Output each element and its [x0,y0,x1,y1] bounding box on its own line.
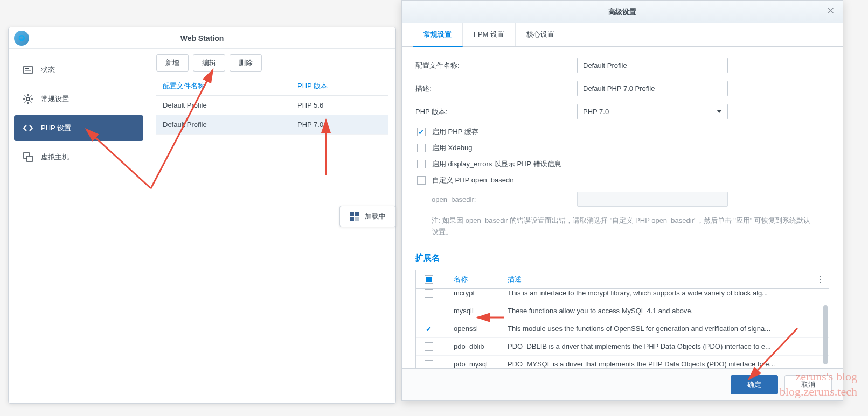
loading-icon [350,211,359,221]
app-icon: 🌐 [14,31,29,46]
ext-checkbox[interactable] [425,307,433,315]
web-station-window: 🌐 Web Station 状态 常规设置 PHP 设置 [8,27,396,404]
edit-button[interactable]: 编辑 [193,54,225,72]
modal-titlebar: 高级设置 ✕ [402,1,843,23]
col-php-version[interactable]: PHP 版本 [297,81,381,91]
tab-general[interactable]: 常规设置 [413,23,463,47]
svg-point-3 [26,97,30,101]
enable-display-errors-checkbox[interactable] [417,160,426,168]
extensions-header: 名称 描述 ⋮ [416,270,829,289]
extensions-body: mcrypt This is an interface to the mcryp… [416,289,829,368]
select-all-checkbox[interactable] [425,275,433,284]
profile-name-input[interactable] [577,58,728,73]
code-icon [23,123,33,133]
ext-checkbox[interactable] [425,360,433,368]
sidebar-item-label: 虚拟主机 [41,152,69,162]
add-button[interactable]: 新增 [156,54,189,72]
chevron-down-icon [717,110,722,113]
sidebar-item-vhost[interactable]: 虚拟主机 [14,144,143,170]
loading-text: 加载中 [365,211,386,221]
tab-core[interactable]: 核心设置 [516,23,565,46]
profile-name-label: 配置文件名称: [415,61,577,70]
tab-fpm[interactable]: FPM 设置 [463,23,516,46]
enable-cache-checkbox[interactable] [417,128,426,136]
modal-content: 配置文件名称: 描述: PHP 版本: PHP 7.0 启用 PHP 缓存 启用… [402,47,843,368]
ext-name: pdo_mysql [448,356,502,368]
extensions-title: 扩展名 [415,253,829,263]
ext-name: pdo_dblib [448,338,502,355]
delete-button[interactable]: 删除 [230,54,262,72]
sidebar-item-label: 常规设置 [41,94,69,104]
ext-row-pdo-dblib[interactable]: pdo_dblib PDO_DBLIB is a driver that imp… [416,338,829,356]
ext-desc: This is an interface to the mcrypt libra… [502,289,829,302]
loading-indicator: 加载中 [339,206,396,227]
extensions-table: 名称 描述 ⋮ mcrypt This is an interface to t… [415,270,829,368]
cell-name: Default Profile [163,101,297,109]
openbasedir-input [577,192,728,207]
sidebar-item-php[interactable]: PHP 设置 [14,115,143,141]
table-row[interactable]: Default Profile PHP 7.0 [156,115,388,135]
ext-name: mysqli [448,302,502,319]
toolbar: 新增 编辑 删除 [156,54,388,72]
ext-row-mcrypt[interactable]: mcrypt This is an interface to the mcryp… [416,289,829,302]
titlebar: 🌐 Web Station [9,27,395,49]
close-icon[interactable]: ✕ [827,6,836,16]
cancel-button[interactable]: 取消 [784,375,832,394]
enable-display-errors-label: 启用 display_errors 以显示 PHP 错误信息 [432,159,561,169]
column-menu-icon[interactable]: ⋮ [816,274,824,285]
svg-rect-5 [27,156,32,161]
sidebar-item-status[interactable]: 状态 [14,57,143,83]
col-profile-name[interactable]: 配置文件名称 [163,81,297,91]
ext-desc: PDO_DBLIB is a driver that implements th… [502,338,829,355]
ext-desc: This module uses the functions of OpenSS… [502,320,829,337]
cell-version: PHP 7.0 [297,121,381,129]
ext-checkbox[interactable] [425,342,433,351]
ok-button[interactable]: 确定 [731,375,778,394]
enable-xdebug-checkbox[interactable] [417,144,426,152]
ext-row-mysqli[interactable]: mysqli These functions allow you to acce… [416,302,829,320]
cell-name: Default Profile [163,121,297,129]
ext-checkbox[interactable] [425,325,433,333]
ext-name: openssl [448,320,502,337]
php-version-select[interactable]: PHP 7.0 [577,104,728,119]
sidebar-item-label: 状态 [41,65,55,75]
table-header: 配置文件名称 PHP 版本 [156,77,388,96]
svg-rect-2 [25,70,31,71]
openbasedir-note: 注: 如果因 open_basedir 的错误设置而出错，请取消选择 "自定义 … [415,213,829,243]
advanced-settings-modal: 高级设置 ✕ 常规设置 FPM 设置 核心设置 配置文件名称: 描述: PHP … [401,0,843,401]
sidebar-item-label: PHP 设置 [41,123,71,133]
table-row[interactable]: Default Profile PHP 5.6 [156,96,388,115]
sidebar-item-general[interactable]: 常规设置 [14,86,143,112]
enable-xdebug-label: 启用 Xdebug [432,143,472,153]
php-version-value: PHP 7.0 [583,108,609,116]
cell-version: PHP 5.6 [297,101,381,109]
ext-name: mcrypt [448,289,502,302]
ext-col-name[interactable]: 名称 [448,270,502,288]
ext-desc: PDO_MYSQL is a driver that implements th… [502,356,829,368]
gear-icon [23,94,33,104]
modal-tabs: 常规设置 FPM 设置 核心设置 [402,23,843,47]
custom-openbasedir-label: 自定义 PHP open_basedir [432,175,514,185]
window-title: Web Station [180,34,224,43]
sidebar: 状态 常规设置 PHP 设置 虚拟主机 [9,49,149,403]
modal-title: 高级设置 [608,7,636,17]
ext-desc: These functions allow you to access MySQ… [502,302,829,319]
desc-label: 描述: [415,84,577,94]
desc-input[interactable] [577,81,728,96]
custom-openbasedir-checkbox[interactable] [417,176,426,185]
php-version-label: PHP 版本: [415,107,577,117]
svg-rect-1 [25,68,29,69]
vhost-icon [23,152,33,163]
enable-cache-label: 启用 PHP 缓存 [432,127,478,137]
modal-footer: 确定 取消 [402,368,843,400]
ext-row-openssl[interactable]: openssl This module uses the functions o… [416,320,829,338]
ext-row-pdo-mysql[interactable]: pdo_mysql PDO_MYSQL is a driver that imp… [416,356,829,368]
ext-checkbox[interactable] [425,289,433,298]
openbasedir-label: open_basedir: [432,195,577,203]
status-icon [23,65,33,75]
ext-col-desc[interactable]: 描述 ⋮ [502,270,829,288]
scrollbar[interactable] [823,305,828,364]
